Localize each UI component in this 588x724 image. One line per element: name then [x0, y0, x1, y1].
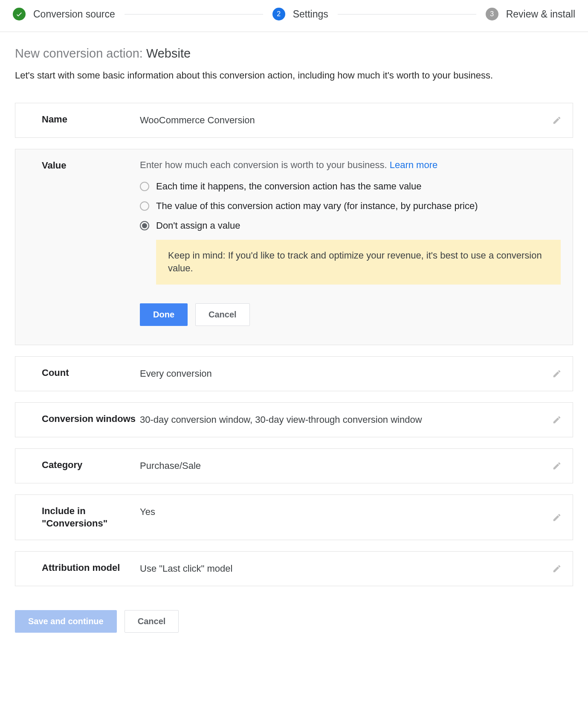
row-label: Attribution model — [42, 562, 140, 574]
value-warning-notice: Keep in mind: If you'd like to track and… — [156, 240, 561, 285]
cancel-button[interactable]: Cancel — [125, 610, 179, 633]
step-label: Review & install — [506, 9, 575, 20]
pencil-icon[interactable] — [550, 511, 563, 524]
radio-icon[interactable] — [140, 182, 149, 191]
pencil-icon[interactable] — [550, 459, 563, 472]
step-number: 2 — [272, 8, 285, 20]
row-value: Purchase/Sale — [140, 459, 561, 473]
row-value: WooCommerce Conversion — [140, 113, 561, 127]
radio-same-value[interactable]: Each time it happens, the conversion act… — [140, 181, 561, 192]
row-count[interactable]: Count Every conversion — [15, 356, 573, 391]
learn-more-link[interactable]: Learn more — [390, 160, 438, 170]
radio-dont-assign[interactable]: Don't assign a value — [140, 220, 561, 231]
row-label: Include in "Conversions" — [42, 505, 140, 529]
radio-label: Each time it happens, the conversion act… — [156, 181, 421, 192]
row-name[interactable]: Name WooCommerce Conversion — [15, 103, 573, 138]
page-title: New conversion action: Website — [15, 47, 573, 61]
title-prefix: New conversion action: — [15, 47, 146, 60]
radio-value-may-vary[interactable]: The value of this conversion action may … — [140, 201, 561, 212]
pencil-icon[interactable] — [550, 367, 563, 380]
wizard-stepper: Conversion source 2 Settings 3 Review & … — [0, 0, 588, 32]
row-label: Conversion windows — [42, 413, 140, 425]
row-label: Name — [42, 113, 140, 126]
pencil-icon[interactable] — [550, 562, 563, 575]
row-value: 30-day conversion window, 30-day view-th… — [140, 413, 561, 427]
done-button[interactable]: Done — [140, 303, 188, 326]
row-value: Yes — [140, 505, 561, 519]
value-intro-text: Enter how much each conversion is worth … — [140, 160, 390, 170]
row-label: Count — [42, 367, 140, 379]
radio-icon[interactable] — [140, 221, 149, 230]
row-attribution-model[interactable]: Attribution model Use "Last click" model — [15, 551, 573, 586]
step-conversion-source[interactable]: Conversion source — [13, 8, 115, 20]
step-label: Settings — [293, 9, 328, 20]
step-divider — [338, 14, 476, 15]
pencil-icon[interactable] — [550, 114, 563, 127]
step-divider — [125, 14, 263, 15]
row-label: Value — [42, 160, 140, 172]
row-include-in-conversions[interactable]: Include in "Conversions" Yes — [15, 494, 573, 540]
row-value: Every conversion — [140, 367, 561, 381]
value-intro: Enter how much each conversion is worth … — [140, 160, 561, 171]
step-settings[interactable]: 2 Settings — [272, 8, 328, 20]
radio-label: The value of this conversion action may … — [156, 201, 478, 212]
row-value-expanded: Value Enter how much each conversion is … — [15, 149, 573, 346]
step-review-install[interactable]: 3 Review & install — [486, 8, 575, 20]
radio-icon[interactable] — [140, 201, 149, 211]
step-number: 3 — [486, 8, 498, 20]
row-value: Use "Last click" model — [140, 562, 561, 576]
row-label: Category — [42, 459, 140, 471]
step-label: Conversion source — [33, 9, 115, 20]
row-conversion-windows[interactable]: Conversion windows 30-day conversion win… — [15, 402, 573, 437]
save-and-continue-button[interactable]: Save and continue — [15, 610, 117, 633]
pencil-icon[interactable] — [550, 413, 563, 426]
row-category[interactable]: Category Purchase/Sale — [15, 448, 573, 483]
checkmark-icon — [13, 8, 26, 20]
cancel-button[interactable]: Cancel — [195, 303, 250, 326]
page-intro: Let's start with some basic information … — [15, 69, 573, 82]
title-suffix: Website — [146, 47, 191, 60]
radio-label: Don't assign a value — [156, 220, 240, 231]
